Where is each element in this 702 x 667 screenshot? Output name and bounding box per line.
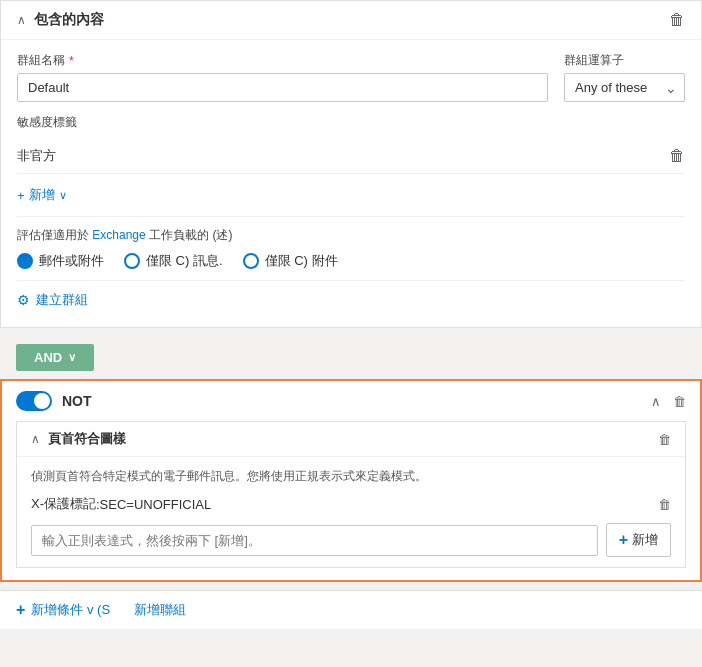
not-collapse-icon[interactable]: ∧	[651, 394, 661, 409]
radio-option-2[interactable]: 僅限 C) 附件	[243, 252, 338, 270]
create-group-icon: ⚙	[17, 292, 30, 308]
evaluation-text: 評估僅適用於 Exchange 工作負載的 (述)	[17, 227, 685, 244]
x-header-delete-icon[interactable]: 🗑	[658, 497, 671, 512]
radio-option-0[interactable]: 郵件或附件	[17, 252, 104, 270]
radio-circle-0	[17, 253, 33, 269]
group-operator-label: 群組運算子	[564, 52, 624, 69]
add-group-button[interactable]: 新增聯組	[134, 601, 186, 619]
add-chevron-icon: ∨	[59, 189, 67, 202]
add-new-button[interactable]: + 新增	[606, 523, 671, 557]
section-title: 包含的內容	[34, 11, 104, 29]
add-condition-label: 新增條件 v (S	[31, 601, 110, 619]
and-label: AND	[34, 350, 62, 365]
tag-delete-icon[interactable]: 🗑	[669, 147, 685, 165]
required-star: *	[69, 54, 74, 68]
radio-label-0: 郵件或附件	[39, 252, 104, 270]
add-new-label: 新增	[632, 531, 658, 549]
regex-input[interactable]	[31, 525, 598, 556]
and-button[interactable]: AND ∨	[16, 344, 94, 371]
x-header-label: X-保護標記	[31, 495, 96, 513]
create-group-button[interactable]: ⚙ 建立群組	[17, 281, 88, 315]
subsection-collapse-icon[interactable]: ∧	[31, 432, 40, 446]
section-delete-icon[interactable]: 🗑	[669, 11, 685, 29]
radio-circle-2	[243, 253, 259, 269]
description-text: 偵測頁首符合特定模式的電子郵件訊息。您將使用正規表示式來定義模式。	[31, 467, 671, 485]
not-delete-icon[interactable]: 🗑	[673, 394, 686, 409]
group-name-label: 群組名稱	[17, 52, 65, 69]
add-button[interactable]: + 新增 ∨	[17, 182, 67, 208]
add-icon: +	[17, 188, 25, 203]
add-label: 新增	[29, 186, 55, 204]
sensitivity-label: 敏感度標籤	[17, 114, 685, 131]
tag-label: 非官方	[17, 147, 56, 165]
radio-label-1: 僅限 C) 訊息.	[146, 252, 223, 270]
radio-label-2: 僅限 C) 附件	[265, 252, 338, 270]
group-operator-dropdown[interactable]: Any of these All of these None of these	[564, 73, 685, 102]
subsection-delete-icon[interactable]: 🗑	[658, 432, 671, 447]
not-label: NOT	[62, 393, 92, 409]
add-new-icon: +	[619, 531, 628, 549]
subsection-title: 頁首符合圖樣	[48, 430, 126, 448]
create-group-label: 建立群組	[36, 291, 88, 309]
group-name-input[interactable]	[17, 73, 548, 102]
and-chevron-icon: ∨	[68, 351, 76, 364]
not-toggle[interactable]	[16, 391, 52, 411]
radio-option-1[interactable]: 僅限 C) 訊息.	[124, 252, 223, 270]
group-operator-select[interactable]: Any of these All of these None of these	[564, 73, 685, 102]
collapse-chevron[interactable]: ∧	[17, 13, 26, 27]
add-condition-icon: +	[16, 601, 25, 619]
radio-circle-1	[124, 253, 140, 269]
add-condition-button[interactable]: + 新增條件 v (S	[16, 601, 110, 619]
x-header-value: :SEC=UNOFFICIAL	[96, 497, 211, 512]
add-group-label: 新增聯組	[134, 601, 186, 619]
exchange-link[interactable]: Exchange	[92, 228, 145, 242]
